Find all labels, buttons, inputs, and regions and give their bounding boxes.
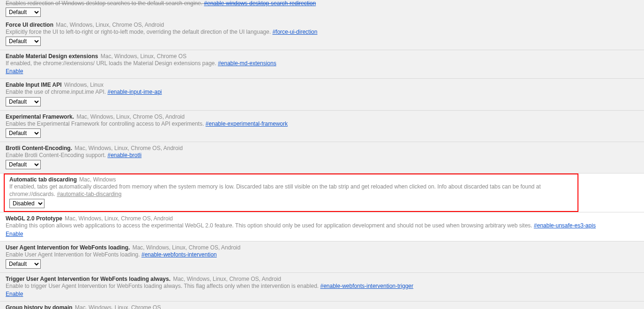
flag-row-webfonts-trigger: Trigger User Agent Intervention for WebF… (0, 273, 644, 301)
flag-title: Experimental Framework. (6, 113, 74, 120)
flag-row-md-ext: Enable Material Design extensions Mac, W… (0, 50, 644, 79)
flag-row-force-ui: Force UI direction Mac, Windows, Linux, … (0, 19, 644, 50)
flag-description: Explicitly force the UI to left-to-right… (6, 29, 273, 35)
flag-hash-link[interactable]: #enable-unsafe-es3-apis (534, 222, 596, 229)
flag-select-tab-discard[interactable]: Disabled (9, 199, 44, 208)
flag-platforms: Mac, Windows, Linux, Chrome OS, Android (63, 215, 173, 222)
flag-row-ime: Enable Input IME API Windows, LinuxEnabl… (0, 79, 644, 110)
flag-description: Enables the Experimental Framework for c… (6, 121, 206, 127)
flag-title: Automatic tab discarding (9, 176, 77, 183)
flag-hash-link[interactable]: #enable-webfonts-intervention-trigger (320, 283, 414, 289)
flag-title: Group history by domain (6, 304, 73, 309)
flag-platforms: Mac, Windows, Linux, Chrome OS, Android (73, 145, 183, 151)
enable-link-webgl2[interactable]: Enable (6, 231, 23, 237)
flag-row-truncated: Enables redirection of Windows desktop s… (0, 0, 644, 19)
flag-hash-link[interactable]: #enable-webfonts-intervention (141, 251, 217, 258)
flag-platforms: Mac, Windows, Linux, Chrome OS (74, 304, 161, 309)
flag-platforms: Mac, Windows, Linux, Chrome OS, Android (54, 22, 164, 28)
flag-hash-link[interactable]: #enable-input-ime-api (107, 89, 162, 95)
flag-select-brotli[interactable]: Default (6, 160, 41, 169)
flag-row-webfonts: User Agent Intervention for WebFonts loa… (0, 241, 644, 273)
flag-platforms: Mac, Windows, Linux, Chrome OS, Android (131, 244, 240, 251)
flag-row-brotli: Brotli Content-Encoding. Mac, Windows, L… (0, 142, 644, 173)
flag-description: If enabled, the chrome://extensions/ URL… (6, 60, 218, 67)
flag-title: Enable Material Design extensions (6, 53, 98, 60)
flag-platforms: Mac, Windows, Linux, Chrome OS, Android (171, 276, 281, 282)
flag-hash-link[interactable]: #enable-windows-desktop-search-redirecti… (204, 0, 316, 7)
flag-description: Enabling this option allows web applicat… (6, 222, 534, 229)
flag-hash-link[interactable]: #force-ui-direction (273, 29, 318, 35)
flag-description: Enable the use of chrome.input.ime API. (6, 89, 107, 95)
flag-select-exp-fw[interactable]: Default (6, 128, 41, 138)
flag-select-webfonts[interactable]: Default (6, 259, 41, 269)
flag-select[interactable]: Default (6, 8, 41, 17)
flag-row-webgl2: WebGL 2.0 Prototype Mac, Windows, Linux,… (0, 212, 644, 241)
flag-title: Brotli Content-Encoding. (6, 145, 72, 151)
flag-title: Force UI direction (6, 22, 53, 28)
flag-description: Enables redirection of Windows desktop s… (6, 0, 204, 7)
flag-description: Enable User Agent Intervention for WebFo… (6, 251, 141, 258)
flag-platforms: Windows, Linux (63, 82, 104, 88)
flag-title: User Agent Intervention for WebFonts loa… (6, 244, 130, 251)
flag-platforms: Mac, Windows, Linux, Chrome OS, Android (75, 113, 185, 120)
flag-platforms: Mac, Windows, Linux, Chrome OS (99, 53, 186, 60)
flag-description: Enable Brotli Content-Encoding support. (6, 152, 107, 158)
flag-row-group-history: Group history by domain Mac, Windows, Li… (0, 301, 644, 309)
flag-platforms: Mac, Windows (78, 176, 116, 183)
flag-select-ime[interactable]: Default (6, 97, 41, 106)
flag-title: WebGL 2.0 Prototype (6, 215, 62, 222)
flag-hash-link[interactable]: #enable-brotli (107, 152, 141, 158)
flag-description: Enable to trigger User Agent Interventio… (6, 283, 320, 289)
flag-hash-link[interactable]: #enable-md-extensions (218, 60, 276, 67)
flag-row-tab-discard: Automatic tab discarding Mac, WindowsIf … (0, 173, 644, 212)
flag-title: Trigger User Agent Intervention for WebF… (6, 276, 170, 282)
flag-title: Enable Input IME API (6, 82, 62, 88)
enable-link-md-ext[interactable]: Enable (6, 68, 23, 75)
flag-hash-link[interactable]: #enable-experimental-framework (206, 121, 288, 127)
flag-hash-link[interactable]: #automatic-tab-discarding (57, 191, 121, 197)
flag-select-force-ui[interactable]: Default (6, 37, 41, 46)
flag-row-exp-fw: Experimental Framework. Mac, Windows, Li… (0, 111, 644, 142)
enable-link-webfonts-trigger[interactable]: Enable (6, 291, 23, 297)
